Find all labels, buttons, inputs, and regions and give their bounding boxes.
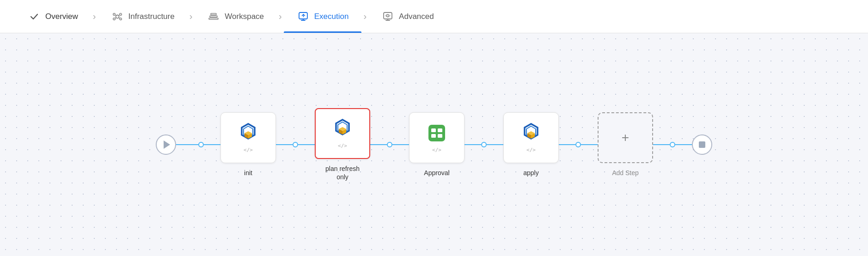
tab-workspace[interactable]: Workspace (194, 0, 277, 33)
tab-workspace-label: Workspace (225, 12, 264, 21)
plus-icon: + (622, 131, 629, 144)
start-node[interactable] (156, 134, 176, 155)
svg-rect-14 (384, 12, 392, 19)
step-plan-refresh-box[interactable]: </> (315, 108, 370, 159)
dot-3 (481, 142, 487, 147)
tab-infrastructure-label: Infrastructure (128, 12, 175, 21)
svg-point-1 (113, 13, 115, 15)
stop-icon (699, 141, 705, 148)
execution-icon (297, 10, 310, 23)
tab-infrastructure[interactable]: Infrastructure (98, 0, 188, 33)
connector-2a (370, 144, 387, 145)
terraform-icon-plan (331, 118, 354, 140)
pipeline: </> init </> plan refr (156, 108, 712, 181)
workspace-icon (207, 10, 220, 23)
terraform-icon-apply (520, 122, 542, 144)
approval-sublabel: </> (432, 147, 441, 153)
step-approval[interactable]: </> Approval (409, 112, 465, 177)
step-add-box[interactable]: + (598, 112, 653, 163)
add-step-label: Add Step (612, 169, 639, 177)
tab-advanced[interactable]: Advanced (368, 0, 447, 33)
dot-0 (198, 142, 204, 147)
pipeline-canvas: </> init </> plan refr (0, 33, 868, 256)
nav-tabs: Overview › Infrastructure › (0, 0, 868, 33)
svg-rect-11 (211, 13, 216, 15)
apply-label: apply (523, 169, 538, 177)
tab-execution[interactable]: Execution (284, 0, 362, 33)
step-plan-refresh[interactable]: </> plan refresh only (315, 108, 370, 181)
step-apply[interactable]: </> apply (503, 112, 559, 177)
connector-2b (392, 144, 409, 145)
connector-1b (298, 144, 315, 145)
tab-overview[interactable]: Overview (15, 0, 91, 33)
plan-sublabel: </> (338, 143, 347, 149)
dot-4 (575, 142, 581, 147)
init-label: init (244, 169, 252, 177)
connector-start (176, 144, 198, 145)
apply-sublabel: </> (526, 147, 536, 153)
svg-point-2 (119, 13, 121, 15)
play-icon (164, 140, 170, 149)
step-init-box[interactable]: </> (220, 112, 276, 163)
tab-execution-label: Execution (314, 12, 349, 21)
tab-advanced-label: Advanced (399, 12, 434, 21)
connector-4b (581, 144, 598, 145)
end-node[interactable] (692, 134, 712, 155)
connector-1a (276, 144, 293, 145)
dot-2 (387, 142, 392, 147)
connector-0 (204, 144, 220, 145)
svg-rect-26 (428, 125, 445, 141)
svg-point-15 (387, 14, 389, 17)
connector-3b (487, 144, 503, 145)
separator-2: › (188, 11, 195, 22)
step-approval-box[interactable]: </> (409, 112, 465, 163)
connector-3a (465, 144, 481, 145)
separator-4: › (361, 11, 368, 22)
step-init[interactable]: </> init (220, 112, 276, 177)
terraform-icon-init (237, 122, 259, 144)
connector-4a (559, 144, 575, 145)
plan-label: plan refresh only (325, 165, 360, 181)
connector-end-a (653, 144, 670, 145)
svg-rect-10 (210, 16, 217, 17)
tab-overview-label: Overview (45, 12, 78, 21)
approval-label: Approval (424, 169, 449, 177)
infrastructure-icon (111, 10, 124, 23)
connector-end-b (675, 144, 692, 145)
svg-rect-9 (209, 18, 218, 19)
dot-end (670, 142, 675, 147)
check-icon (28, 10, 41, 23)
separator-1: › (91, 11, 98, 22)
separator-3: › (277, 11, 284, 22)
step-apply-box[interactable]: </> (503, 112, 559, 163)
svg-rect-28 (438, 128, 442, 132)
dot-1 (293, 142, 298, 147)
svg-point-4 (119, 18, 121, 19)
init-sublabel: </> (244, 147, 253, 153)
svg-point-3 (113, 18, 115, 19)
svg-rect-30 (438, 134, 442, 138)
svg-rect-29 (431, 134, 436, 138)
svg-rect-27 (431, 128, 436, 132)
step-add[interactable]: + Add Step (598, 112, 653, 177)
advanced-icon (381, 10, 394, 23)
approval-icon (426, 122, 448, 144)
